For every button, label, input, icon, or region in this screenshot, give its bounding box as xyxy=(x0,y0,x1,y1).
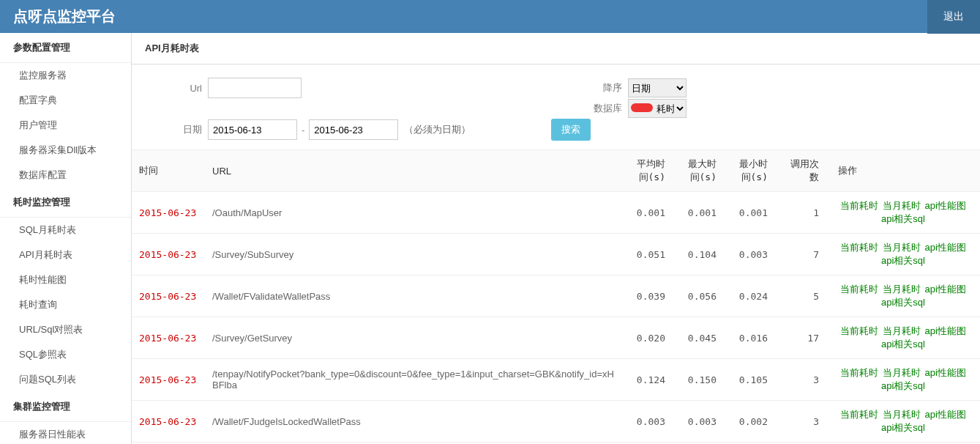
op-link[interactable]: 当前耗时 xyxy=(840,367,878,378)
cell-url: /Survey/SubSurvey xyxy=(205,234,621,275)
op-link[interactable]: 当月耗时 xyxy=(883,284,921,295)
op-link[interactable]: api相关sql xyxy=(881,213,925,224)
op-link[interactable]: 当前耗时 xyxy=(840,242,878,253)
cell-min: 0.024 xyxy=(724,275,775,317)
op-link[interactable]: api性能图 xyxy=(924,409,965,420)
url-label: Url xyxy=(145,83,202,94)
table-row: 2015-06-23/Wallet/FValidateWalletPass0.0… xyxy=(132,275,980,317)
nav-item[interactable]: 问题SQL列表 xyxy=(0,367,131,392)
col-url: URL xyxy=(205,150,621,192)
cell-ops: 当前耗时 当月耗时 api性能图 api相关sql xyxy=(826,317,980,359)
op-link[interactable]: api相关sql xyxy=(881,422,925,433)
op-link[interactable]: api性能图 xyxy=(924,367,965,378)
cell-avg: 0.051 xyxy=(621,234,673,275)
nav-item[interactable]: 耗时性能图 xyxy=(0,267,131,292)
nav-item[interactable]: 用户管理 xyxy=(0,113,131,138)
db-red-indicator xyxy=(631,103,653,112)
cell-date: 2015-06-23 xyxy=(132,234,205,275)
nav-group-title: 耗时监控管理 xyxy=(0,188,131,218)
op-link[interactable]: api相关sql xyxy=(881,297,925,308)
col-time: 时间 xyxy=(132,150,205,192)
col-cnt: 调用次数 xyxy=(775,150,826,192)
table-row: 2015-06-23/Survey/GetSurvey0.0200.0450.0… xyxy=(132,317,980,359)
nav-group-title: 集群监控管理 xyxy=(0,392,131,422)
cell-url: /Oauth/MapUser xyxy=(205,192,621,234)
op-link[interactable]: 当月耗时 xyxy=(883,409,921,420)
op-link[interactable]: api性能图 xyxy=(924,284,965,295)
cell-min: 0.105 xyxy=(724,359,775,401)
cell-ops: 当前耗时 当月耗时 api性能图 api相关sql xyxy=(826,275,980,317)
cell-avg: 0.003 xyxy=(621,401,673,443)
nav-item[interactable]: 服务器日性能表 xyxy=(0,422,131,444)
search-button[interactable]: 搜索 xyxy=(551,119,591,141)
cell-cnt: 3 xyxy=(775,401,826,443)
op-link[interactable]: 当月耗时 xyxy=(883,242,921,253)
op-link[interactable]: 当月耗时 xyxy=(883,325,921,336)
cell-avg: 0.001 xyxy=(621,192,673,234)
table-row: 2015-06-23/Survey/SubSurvey0.0510.1040.0… xyxy=(132,234,980,275)
op-link[interactable]: api性能图 xyxy=(924,200,965,211)
cell-cnt: 7 xyxy=(775,234,826,275)
cell-date: 2015-06-23 xyxy=(132,275,205,317)
cell-min: 0.001 xyxy=(724,192,775,234)
cell-url: /Survey/GetSurvey xyxy=(205,317,621,359)
nav-item[interactable]: URL/Sql对照表 xyxy=(0,317,131,342)
cell-url: /tenpay/NotifyPocket?bank_type=0&discoun… xyxy=(205,359,621,401)
cell-ops: 当前耗时 当月耗时 api性能图 api相关sql xyxy=(826,359,980,401)
cell-ops: 当前耗时 当月耗时 api性能图 api相关sql xyxy=(826,192,980,234)
cell-date: 2015-06-23 xyxy=(132,401,205,443)
data-table: 时间 URL 平均时间(s) 最大时间(s) 最小时间(s) 调用次数 操作 2… xyxy=(132,150,980,444)
op-link[interactable]: 当前耗时 xyxy=(840,409,878,420)
cell-url: /Wallet/FJudgeIsLockedWalletPass xyxy=(205,401,621,443)
db-label: 数据库 xyxy=(594,102,622,115)
nav-item[interactable]: SQL参照表 xyxy=(0,342,131,367)
op-link[interactable]: 当月耗时 xyxy=(883,367,921,378)
page-title: API月耗时表 xyxy=(132,33,980,64)
cell-max: 0.001 xyxy=(673,192,724,234)
cell-date: 2015-06-23 xyxy=(132,359,205,401)
cell-ops: 当前耗时 当月耗时 api性能图 api相关sql xyxy=(826,401,980,443)
cell-cnt: 1 xyxy=(775,192,826,234)
op-link[interactable]: api性能图 xyxy=(924,325,965,336)
cell-max: 0.150 xyxy=(673,359,724,401)
nav-item[interactable]: 数据库配置 xyxy=(0,163,131,188)
col-max: 最大时间(s) xyxy=(673,150,724,192)
col-ops: 操作 xyxy=(826,150,980,192)
sort-select[interactable]: 日期 xyxy=(628,78,687,97)
sidebar: 参数配置管理监控服务器配置字典用户管理服务器采集Dll版本数据库配置耗时监控管理… xyxy=(0,33,132,444)
nav-item[interactable]: SQL月耗时表 xyxy=(0,218,131,243)
cell-min: 0.003 xyxy=(724,234,775,275)
op-link[interactable]: api相关sql xyxy=(881,255,925,266)
brand: 点呀点监控平台 xyxy=(0,7,116,26)
cell-min: 0.002 xyxy=(724,401,775,443)
op-link[interactable]: 当前耗时 xyxy=(840,284,878,295)
nav-item[interactable]: 配置字典 xyxy=(0,88,131,113)
cell-ops: 当前耗时 当月耗时 api性能图 api相关sql xyxy=(826,234,980,275)
date-dash: - xyxy=(302,125,304,136)
url-input[interactable] xyxy=(208,78,302,98)
col-avg: 平均时间(s) xyxy=(621,150,673,192)
table-row: 2015-06-23/tenpay/NotifyPocket?bank_type… xyxy=(132,359,980,401)
logout-button[interactable]: 退出 xyxy=(927,0,980,34)
nav-item[interactable]: 耗时查询 xyxy=(0,292,131,317)
op-link[interactable]: 当前耗时 xyxy=(840,200,878,211)
cell-cnt: 5 xyxy=(775,275,826,317)
op-link[interactable]: api相关sql xyxy=(881,380,925,391)
date-to-input[interactable] xyxy=(309,119,398,140)
nav-item[interactable]: 监控服务器 xyxy=(0,63,131,88)
op-link[interactable]: 当前耗时 xyxy=(840,325,878,336)
date-note: （必须为日期） xyxy=(404,123,471,136)
op-link[interactable]: api性能图 xyxy=(924,242,965,253)
sort-label: 降序 xyxy=(603,81,622,95)
cell-avg: 0.020 xyxy=(621,317,673,359)
cell-cnt: 17 xyxy=(775,317,826,359)
nav-item[interactable]: API月耗时表 xyxy=(0,243,131,267)
nav-item[interactable]: 服务器采集Dll版本 xyxy=(0,138,131,163)
cell-cnt: 3 xyxy=(775,359,826,401)
op-link[interactable]: 当月耗时 xyxy=(883,200,921,211)
date-from-input[interactable] xyxy=(208,119,297,140)
cell-avg: 0.124 xyxy=(621,359,673,401)
op-link[interactable]: api相关sql xyxy=(881,338,925,349)
date-label: 日期 xyxy=(145,123,202,136)
table-row: 2015-06-23/Wallet/FJudgeIsLockedWalletPa… xyxy=(132,401,980,443)
